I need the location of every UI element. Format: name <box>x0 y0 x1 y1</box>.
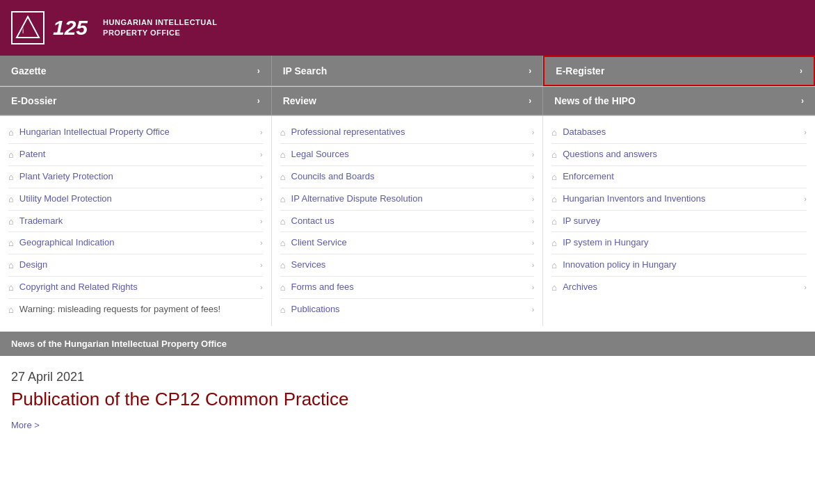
menu-item-label: IP Alternative Dispute Resolution <box>291 193 526 205</box>
home-icon: ⌂ <box>8 216 14 227</box>
logo-text: HUNGARIAN INTELLECTUAL PROPERTY OFFICE <box>103 17 217 39</box>
menu-item-label: Plant Variety Protection <box>19 171 255 183</box>
home-icon: ⌂ <box>280 194 286 204</box>
chevron-right-icon: › <box>260 128 263 136</box>
home-icon: ⌂ <box>8 149 14 160</box>
chevron-right-icon: › <box>532 150 535 158</box>
nav-e-dossier[interactable]: E-Dossier › <box>0 87 272 115</box>
menu-item-contact[interactable]: ⌂Contact us› <box>280 211 535 233</box>
menu-item-geo[interactable]: ⌂Geographical Indication› <box>8 232 263 254</box>
chevron-right-icon: › <box>532 195 535 203</box>
chevron-right-icon: › <box>532 238 535 247</box>
home-icon: ⌂ <box>280 172 286 182</box>
svg-text:i: i <box>22 27 24 35</box>
home-icon: ⌂ <box>280 127 286 138</box>
menu-item-label: IP survey <box>563 216 807 227</box>
menu-item-publications[interactable]: ⌂Publications› <box>280 299 535 320</box>
menu-item-councils[interactable]: ⌂Councils and Boards› <box>280 166 535 188</box>
home-icon: ⌂ <box>551 172 557 182</box>
menu-item-label: Enforcement <box>563 171 807 183</box>
home-icon: ⌂ <box>551 216 557 227</box>
menu-item-label: Warning: misleading requests for payment… <box>19 304 263 316</box>
menu-item-hipo[interactable]: ⌂Hungarian Intellectual Property Office› <box>8 122 263 144</box>
menu-item-design[interactable]: ⌂Design› <box>8 254 263 277</box>
menu-item-forms[interactable]: ⌂Forms and fees› <box>280 277 535 299</box>
nav-review[interactable]: Review › <box>272 87 544 115</box>
home-icon: ⌂ <box>551 127 557 138</box>
nav-row-2: E-Dossier › Review › News of the HIPO › <box>0 87 815 116</box>
menu-item-inventors[interactable]: ⌂Hungarian Inventors and Inventions› <box>551 188 807 211</box>
chevron-right-icon: › <box>804 195 807 203</box>
menu-item-label: Questions and answers <box>563 149 807 161</box>
chevron-right-icon: › <box>260 283 263 291</box>
menu-item-warning[interactable]: ⌂Warning: misleading requests for paymen… <box>8 299 263 320</box>
menu-item-label: Councils and Boards <box>291 171 526 183</box>
menu-item-enforcement[interactable]: ⌂Enforcement <box>551 166 807 188</box>
menu-item-label: Copyright and Related Rights <box>19 282 255 293</box>
nav-news-hipo[interactable]: News of the HIPO › <box>543 87 815 115</box>
chevron-right-icon: › <box>532 217 535 225</box>
menu-item-innovation[interactable]: ⌂Innovation policy in Hungary <box>551 254 807 277</box>
chevron-right-icon: › <box>260 195 263 203</box>
menu-item-trademark[interactable]: ⌂Trademark› <box>8 211 263 233</box>
home-icon: ⌂ <box>551 194 557 204</box>
nav-row-1: Gazette › IP Search › E-Register › <box>0 56 815 87</box>
chevron-right-icon: › <box>804 283 807 291</box>
home-icon: ⌂ <box>280 238 286 248</box>
content-area: ⌂Hungarian Intellectual Property Office›… <box>0 116 815 326</box>
svg-marker-0 <box>17 17 39 38</box>
chevron-icon: › <box>528 96 531 106</box>
menu-item-label: Trademark <box>19 216 255 227</box>
chevron-icon: › <box>800 66 802 76</box>
home-icon: ⌂ <box>8 194 14 204</box>
news-section: 27 April 2021 Publication of the CP12 Co… <box>0 356 815 441</box>
home-icon: ⌂ <box>280 304 286 315</box>
menu-item-archives[interactable]: ⌂Archives› <box>551 277 807 298</box>
home-icon: ⌂ <box>8 260 14 270</box>
menu-item-label: Hungarian Inventors and Inventions <box>563 193 798 205</box>
menu-item-ip-survey[interactable]: ⌂IP survey <box>551 211 807 233</box>
chevron-right-icon: › <box>532 172 535 181</box>
nav-gazette[interactable]: Gazette › <box>0 56 272 86</box>
menu-item-databases[interactable]: ⌂Databases› <box>551 122 807 144</box>
menu-item-patent[interactable]: ⌂Patent› <box>8 144 263 166</box>
news-more-link[interactable]: More > <box>11 420 804 430</box>
column-2: ⌂Professional representatives›⌂Legal Sou… <box>272 116 544 326</box>
menu-item-client[interactable]: ⌂Client Service› <box>280 232 535 254</box>
menu-item-label: Databases <box>563 127 798 138</box>
menu-item-label: Innovation policy in Hungary <box>563 259 807 271</box>
home-icon: ⌂ <box>551 149 557 160</box>
home-icon: ⌂ <box>280 282 286 293</box>
nav-e-register[interactable]: E-Register › <box>543 56 815 86</box>
chevron-right-icon: › <box>260 238 263 247</box>
chevron-right-icon: › <box>532 283 535 291</box>
chevron-right-icon: › <box>260 261 263 269</box>
home-icon: ⌂ <box>8 238 14 248</box>
menu-item-ip-adr[interactable]: ⌂IP Alternative Dispute Resolution› <box>280 188 535 211</box>
chevron-right-icon: › <box>532 305 535 314</box>
menu-item-legal[interactable]: ⌂Legal Sources› <box>280 144 535 166</box>
menu-item-qa[interactable]: ⌂Questions and answers <box>551 144 807 166</box>
chevron-right-icon: › <box>260 217 263 225</box>
menu-item-label: Patent <box>19 149 255 161</box>
chevron-right-icon: › <box>532 261 535 269</box>
home-icon: ⌂ <box>551 238 557 248</box>
home-icon: ⌂ <box>8 282 14 293</box>
menu-item-plant[interactable]: ⌂Plant Variety Protection› <box>8 166 263 188</box>
menu-item-copyright[interactable]: ⌂Copyright and Related Rights› <box>8 277 263 299</box>
menu-item-prof-rep[interactable]: ⌂Professional representatives› <box>280 122 535 144</box>
logo-number: 125 <box>53 16 88 40</box>
nav-ip-search[interactable]: IP Search › <box>272 56 544 86</box>
home-icon: ⌂ <box>280 149 286 160</box>
menu-item-utility[interactable]: ⌂Utility Model Protection› <box>8 188 263 211</box>
home-icon: ⌂ <box>8 304 14 315</box>
chevron-right-icon: › <box>260 172 263 181</box>
chevron-icon: › <box>801 96 804 106</box>
news-date: 27 April 2021 <box>11 370 804 384</box>
menu-item-label: Geographical Indication <box>19 237 255 249</box>
home-icon: ⌂ <box>8 172 14 182</box>
menu-item-ip-system[interactable]: ⌂IP system in Hungary <box>551 232 807 254</box>
menu-item-label: Archives <box>563 282 798 293</box>
logo-icon: i <box>11 11 45 44</box>
menu-item-services[interactable]: ⌂Services› <box>280 254 535 277</box>
